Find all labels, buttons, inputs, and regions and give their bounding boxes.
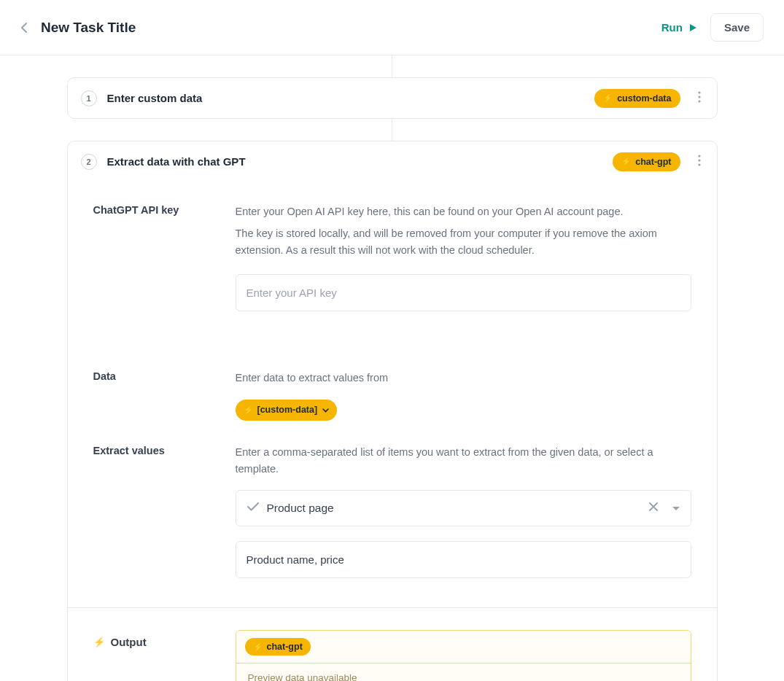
output-section: ⚡ Output ⚡ chat-gpt Preview data unavail… <box>68 607 717 681</box>
svg-point-3 <box>698 155 700 157</box>
badge-text: chat-gpt <box>635 157 671 167</box>
field-label-data: Data <box>93 370 221 421</box>
page-header: New Task Title Run Save <box>0 0 784 55</box>
clear-template-button[interactable] <box>648 500 659 516</box>
plug-icon: ⚡ <box>621 157 632 166</box>
dropdown-caret[interactable] <box>672 500 680 516</box>
svg-point-4 <box>698 159 700 161</box>
helper-text: Enter a comma-separated list of items yo… <box>236 444 691 477</box>
connector-line <box>392 119 392 141</box>
template-select[interactable]: Product page <box>236 490 691 526</box>
field-content-extract: Enter a comma-separated list of items yo… <box>236 444 691 578</box>
output-label: ⚡ Output <box>93 630 221 681</box>
run-label: Run <box>661 21 683 34</box>
output-preview-box: ⚡ chat-gpt Preview data unavailable <box>236 630 691 681</box>
plug-icon: ⚡ <box>244 406 254 414</box>
plug-icon: ⚡ <box>93 637 105 647</box>
run-button[interactable]: Run <box>661 21 697 34</box>
field-label-extract: Extract values <box>93 444 221 578</box>
output-content: ⚡ chat-gpt Preview data unavailable <box>236 630 691 681</box>
api-key-input[interactable] <box>236 274 691 311</box>
field-api-key: ChatGPT API key Enter your Open AI API k… <box>93 203 691 311</box>
helper-text: The key is stored locally, and will be r… <box>236 225 691 258</box>
save-button[interactable]: Save <box>710 13 764 42</box>
check-icon <box>247 500 260 516</box>
connector-line <box>392 55 392 77</box>
svg-point-1 <box>698 96 700 98</box>
svg-point-2 <box>698 100 700 102</box>
page-title[interactable]: New Task Title <box>41 20 136 36</box>
data-source-chip[interactable]: ⚡ [custom-data] <box>236 400 338 421</box>
svg-point-5 <box>698 163 700 166</box>
kebab-icon <box>698 155 701 166</box>
step-number-badge: 1 <box>81 90 97 106</box>
template-selected-label: Product page <box>267 499 641 517</box>
svg-point-0 <box>698 91 700 93</box>
chip-text: [custom-data] <box>257 403 318 417</box>
step-card-2: 2 Extract data with chat GPT ⚡ chat-gpt … <box>67 141 718 681</box>
chip-text: chat-gpt <box>267 642 303 652</box>
field-data: Data Enter data to extract values from ⚡… <box>93 370 691 421</box>
step-header-1[interactable]: 1 Enter custom data ⚡ custom-data <box>68 78 717 118</box>
output-preview-message: Preview data unavailable <box>236 664 691 681</box>
field-label-api-key: ChatGPT API key <box>93 203 221 311</box>
step-title: Enter custom data <box>107 92 585 104</box>
step-title: Extract data with chat GPT <box>107 155 603 168</box>
extract-values-input[interactable] <box>236 541 691 578</box>
output-chip[interactable]: ⚡ chat-gpt <box>245 638 311 655</box>
kebab-icon <box>698 91 701 103</box>
field-content-data: Enter data to extract values from ⚡ [cus… <box>236 370 691 421</box>
step-type-badge-chat-gpt: ⚡ chat-gpt <box>613 152 680 171</box>
step-card-1[interactable]: 1 Enter custom data ⚡ custom-data <box>67 77 718 119</box>
plug-icon: ⚡ <box>603 94 613 102</box>
chevron-left-icon <box>20 22 28 34</box>
chevron-down-icon <box>322 408 329 413</box>
play-icon <box>688 23 697 32</box>
step-header-2[interactable]: 2 Extract data with chat GPT ⚡ chat-gpt <box>68 141 717 182</box>
output-box-header: ⚡ chat-gpt <box>236 631 691 664</box>
step-body: ChatGPT API key Enter your Open AI API k… <box>68 182 717 607</box>
step-number-badge: 2 <box>81 154 97 170</box>
close-icon <box>648 502 659 512</box>
output-row: ⚡ Output ⚡ chat-gpt Preview data unavail… <box>93 630 691 681</box>
helper-text: Enter data to extract values from <box>236 370 691 386</box>
canvas: 1 Enter custom data ⚡ custom-data 2 Extr… <box>0 55 784 681</box>
caret-down-icon <box>672 506 680 512</box>
field-content-api-key: Enter your Open AI API key here, this ca… <box>236 203 691 311</box>
back-button[interactable] <box>20 22 28 34</box>
step-menu-button[interactable] <box>695 88 704 108</box>
header-right: Run Save <box>661 13 764 42</box>
plug-icon: ⚡ <box>253 643 263 651</box>
step-menu-button[interactable] <box>695 152 704 171</box>
header-left: New Task Title <box>20 20 136 36</box>
step-type-badge-custom-data: ⚡ custom-data <box>594 89 680 108</box>
output-label-text: Output <box>111 636 147 648</box>
badge-text: custom-data <box>617 93 671 104</box>
field-extract-values: Extract values Enter a comma-separated l… <box>93 444 691 578</box>
helper-text: Enter your Open AI API key here, this ca… <box>236 203 691 219</box>
